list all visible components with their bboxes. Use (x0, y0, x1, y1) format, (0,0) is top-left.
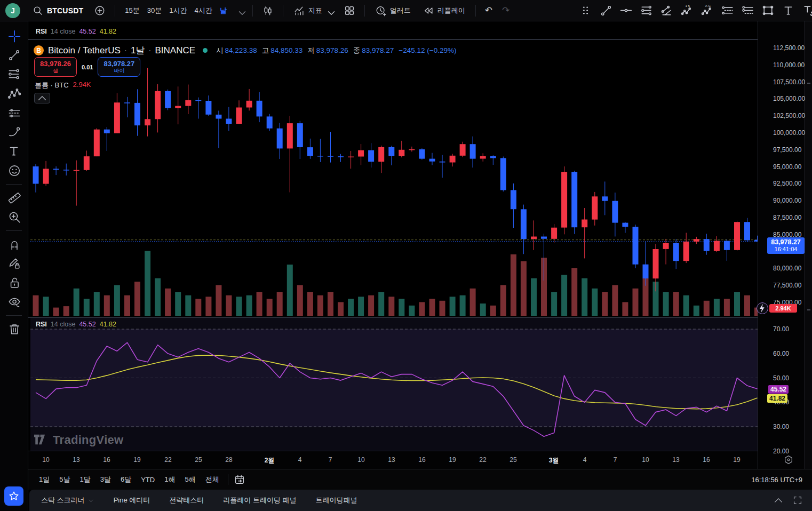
text-tool-tool-button[interactable] (779, 2, 797, 20)
bottom-tab-리플레이-트레이딩-패널[interactable]: 리플레이 트레이딩 패널 (223, 496, 296, 505)
time-tick-label: 7 (614, 456, 617, 464)
parallel-channel-tool-button[interactable] (657, 2, 675, 20)
price-tick-label: 90,000.00 (773, 197, 801, 204)
compare-add-button[interactable] (91, 2, 109, 20)
user-avatar[interactable]: J (5, 3, 20, 18)
long-position-tool-button[interactable] (4, 103, 23, 122)
drawing-edit-tool-button[interactable] (4, 254, 23, 272)
trend-line-tool-button[interactable] (4, 46, 23, 64)
rsi-chart-canvas[interactable] (30, 318, 758, 451)
magnet-tool-button[interactable] (4, 235, 23, 253)
anchored-text-tool-button[interactable] (799, 2, 812, 20)
interval-menu-button[interactable] (234, 2, 246, 20)
sell-label: 셀 (53, 68, 58, 74)
calendar-icon (234, 474, 245, 485)
price-tick-label: 102,500.00 (773, 112, 805, 119)
rsi-ma-legend-value: 41.82 (100, 321, 116, 328)
timeframe-button-1시간[interactable]: 1시간 (165, 3, 190, 18)
market-status-dot[interactable] (203, 48, 208, 53)
sell-button[interactable]: 83,978.26 셀 (34, 57, 77, 77)
timeframe-button-날[interactable]: 날 (216, 3, 230, 18)
current-price-label: 83,978.27 16:41:04 (767, 237, 805, 254)
rsi-legend-params: 14 close (51, 28, 76, 35)
crosshair-tool-button[interactable] (4, 27, 23, 45)
range-button-YTD[interactable]: YTD (137, 474, 159, 486)
clock-timezone-button[interactable]: 16:18:56 UTC+9 (751, 476, 806, 484)
trend-line-tool-button[interactable] (596, 2, 615, 20)
redo-button[interactable]: ↷ (499, 5, 513, 16)
replay-label: 리플레이 (437, 6, 465, 15)
replay-button[interactable]: 리플레이 (418, 2, 469, 19)
right-edge-scrollbar[interactable] (805, 21, 812, 469)
fib-retracement-tool-button[interactable] (4, 65, 23, 83)
flat-channel-tool-button[interactable] (738, 2, 757, 20)
bottom-tab-트레이딩패널[interactable]: 트레이딩패널 (316, 496, 357, 505)
goto-date-button[interactable] (233, 473, 246, 486)
bitcoin-icon: B (34, 45, 44, 55)
top-pane-rsi-legend[interactable]: RSI 14 close 45.52 41.82 (36, 28, 116, 35)
elliott-wave-tool-button[interactable]: 1 5 (678, 2, 696, 20)
flat-channel-icon (741, 4, 754, 17)
expand-panel-button[interactable] (773, 494, 784, 506)
text-tool-tool-button[interactable] (4, 142, 23, 160)
ruler-tool-button[interactable] (4, 188, 23, 206)
rectangle-tool-button[interactable] (759, 2, 777, 20)
disjoint-channel-tool-button[interactable] (718, 2, 736, 20)
separator-dot: · (123, 45, 129, 55)
timeframe-button-30분[interactable]: 30분 (144, 3, 165, 18)
bottom-tab-전략테스터[interactable]: 전략테스터 (169, 496, 204, 505)
timeframe-button-4시간[interactable]: 4시간 (190, 3, 216, 18)
fib-retracement-tool-button[interactable] (637, 2, 655, 20)
layout-grid-button[interactable] (340, 2, 359, 20)
axis-settings-button[interactable] (783, 454, 794, 466)
time-tick-label: 2월 (265, 456, 275, 465)
pane-collapse-button[interactable] (34, 93, 50, 103)
time-tick-label: 25 (195, 456, 202, 464)
range-button-3달[interactable]: 3달 (96, 473, 115, 486)
horizontal-line-tool-button[interactable] (617, 2, 635, 20)
hide-drawings-tool-button[interactable] (4, 292, 23, 310)
indicators-icon (293, 5, 305, 17)
range-button-5날[interactable]: 5날 (55, 473, 74, 486)
time-tick-label: 10 (42, 456, 49, 464)
indicators-button[interactable]: 지표 (289, 2, 337, 19)
chart-style-button[interactable] (259, 2, 277, 20)
range-button-1해[interactable]: 1해 (160, 473, 179, 486)
time-axis[interactable]: 101316192225282월471013161922253월47101316… (28, 451, 759, 469)
symbol-legend[interactable]: B Bitcoin / TetherUS · 1날 · BINANCE 시 84… (34, 44, 456, 57)
buy-button[interactable]: 83,978.27 바이 (98, 57, 140, 77)
bottom-tab-Pine-에디터[interactable]: Pine 에디터 (114, 496, 150, 505)
zoom-in-tool-button[interactable] (4, 207, 23, 226)
realtime-lightning-icon[interactable] (757, 302, 768, 314)
rsi-pane-legend[interactable]: RSI 14 close 45.52 41.82 (36, 321, 116, 328)
range-button-1일[interactable]: 1일 (35, 473, 54, 486)
price-tick-label: 112,500.00 (773, 44, 805, 52)
candlestick-chart-canvas[interactable] (30, 39, 758, 317)
price-axis[interactable]: 83,978.27 16:41:04 2.94K 45.52 41.82 112… (758, 21, 805, 469)
chevron-down-icon (87, 497, 94, 504)
bottom-tab-스탁-스크리너[interactable]: 스탁 스크리너 (41, 496, 94, 505)
time-tick-label: 10 (642, 456, 649, 464)
volume-legend[interactable]: 볼륨 · BTC 2.94K (35, 81, 91, 90)
text-tool-icon (7, 144, 21, 158)
lock-tool-button[interactable] (4, 273, 23, 291)
emoji-tool-button[interactable] (4, 161, 23, 179)
alert-button[interactable]: 얼러트 (371, 2, 415, 19)
range-button-전체[interactable]: 전체 (201, 473, 224, 486)
drag-handle-tool-button[interactable] (576, 2, 594, 20)
xabcd-pattern-tool-button[interactable] (4, 84, 23, 102)
brush-tool-button[interactable] (4, 123, 23, 141)
symbol-search-button[interactable]: BTCUSDT (28, 2, 87, 19)
abc-pattern-tool-button[interactable]: A C (698, 2, 716, 20)
undo-button[interactable]: ↶ (482, 5, 496, 16)
range-button-6달[interactable]: 6달 (116, 473, 136, 486)
range-button-1달[interactable]: 1달 (75, 473, 94, 486)
rsi-legend-value: 45.52 (79, 28, 95, 35)
range-button-5해[interactable]: 5해 (180, 473, 200, 486)
timeframe-button-15분[interactable]: 15분 (121, 3, 143, 18)
maximize-panel-button[interactable] (792, 494, 803, 506)
favorites-star-button[interactable] (4, 486, 23, 506)
gear-icon (783, 454, 794, 466)
ohlc-values: 시 84,223.38 고 84,850.33 저 83,978.26 종 83… (216, 46, 456, 55)
trash-tool-button[interactable] (4, 320, 23, 338)
